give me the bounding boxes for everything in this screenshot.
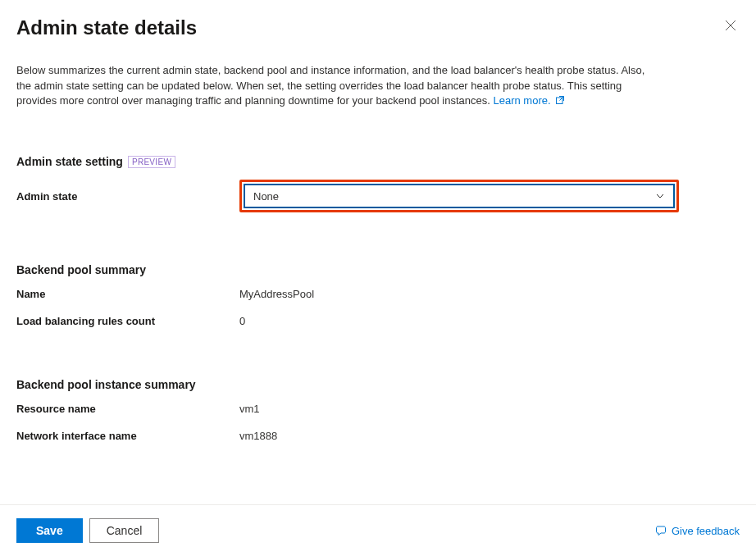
backend-pool-name-row: Name MyAddressPool: [16, 288, 740, 300]
field-value: MyAddressPool: [239, 288, 314, 300]
cancel-button[interactable]: Cancel: [89, 518, 160, 543]
network-interface-row: Network interface name vm1888: [16, 430, 740, 442]
field-value: 0: [239, 315, 245, 327]
lb-rules-count-row: Load balancing rules count 0: [16, 315, 740, 327]
field-label: Resource name: [16, 403, 239, 415]
close-button[interactable]: [722, 16, 740, 37]
page-title: Admin state details: [16, 16, 197, 40]
resource-name-row: Resource name vm1: [16, 403, 740, 415]
field-label: Name: [16, 288, 239, 300]
external-link-icon: [555, 94, 565, 110]
admin-state-row: Admin state None: [16, 180, 740, 212]
close-icon: [725, 20, 736, 31]
admin-state-label: Admin state: [16, 190, 239, 203]
panel-description: Below summarizes the current admin state…: [16, 63, 656, 110]
backend-pool-instance-heading: Backend pool instance summary: [16, 378, 740, 391]
feedback-icon: [655, 525, 667, 536]
backend-pool-summary-heading: Backend pool summary: [16, 263, 740, 276]
preview-badge: PREVIEW: [128, 156, 175, 168]
admin-state-dropdown[interactable]: None: [244, 184, 675, 208]
chevron-down-icon: [655, 191, 665, 201]
save-button[interactable]: Save: [16, 518, 83, 543]
svg-line-3: [560, 96, 564, 100]
give-feedback-link[interactable]: Give feedback: [655, 525, 740, 537]
admin-state-value: None: [253, 190, 279, 203]
footer: Save Cancel Give feedback: [0, 504, 756, 556]
field-label: Network interface name: [16, 430, 239, 442]
field-value: vm1: [239, 403, 260, 415]
panel-header: Admin state details: [16, 16, 740, 40]
admin-state-heading: Admin state setting PREVIEW: [16, 155, 740, 168]
field-label: Load balancing rules count: [16, 315, 239, 327]
learn-more-link[interactable]: Learn more.: [494, 94, 566, 107]
admin-state-highlight: None: [239, 180, 679, 212]
field-value: vm1888: [239, 430, 277, 442]
